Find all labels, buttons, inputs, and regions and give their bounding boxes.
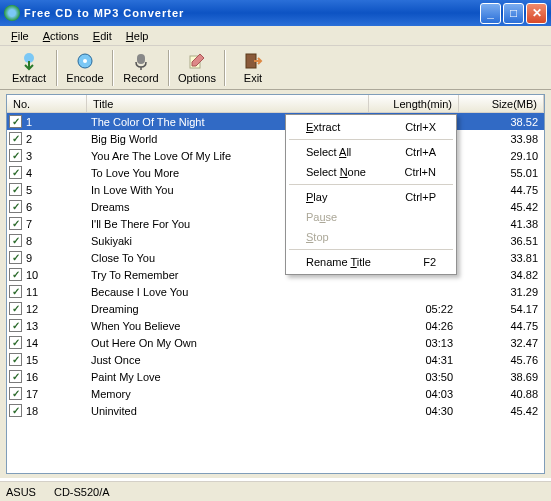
table-row[interactable]: ✓13When You Believe04:2644.75 xyxy=(7,317,544,334)
track-listview[interactable]: No. Title Length(min) Size(MB) ✓1The Col… xyxy=(6,94,545,474)
track-title: Just Once xyxy=(87,354,369,366)
exit-icon xyxy=(243,51,263,71)
toolbar-separator xyxy=(224,50,226,86)
track-no: 3 xyxy=(26,150,32,162)
track-length: 05:22 xyxy=(369,303,459,315)
svg-rect-3 xyxy=(137,54,145,64)
track-no: 1 xyxy=(26,116,32,128)
table-row[interactable]: ✓2Big Big World33.98 xyxy=(7,130,544,147)
track-size: 54.17 xyxy=(459,303,544,315)
track-size: 34.82 xyxy=(459,269,544,281)
list-header: No. Title Length(min) Size(MB) xyxy=(7,95,544,113)
table-row[interactable]: ✓16Paint My Love03:5038.69 xyxy=(7,368,544,385)
track-length: 04:31 xyxy=(369,354,459,366)
context-menu-item[interactable]: Select NoneCtrl+N xyxy=(288,162,454,182)
title-bar: Free CD to MP3 Converter _ □ ✕ xyxy=(0,0,551,26)
track-size: 45.42 xyxy=(459,201,544,213)
table-row[interactable]: ✓8Sukiyaki36.51 xyxy=(7,232,544,249)
track-no: 16 xyxy=(26,371,38,383)
context-menu-item[interactable]: ExtractCtrl+X xyxy=(288,117,454,137)
checkbox-icon[interactable]: ✓ xyxy=(9,166,22,179)
track-title: Paint My Love xyxy=(87,371,369,383)
checkbox-icon[interactable]: ✓ xyxy=(9,268,22,281)
menu-actions[interactable]: Actions xyxy=(36,28,86,44)
table-row[interactable]: ✓5In Love With You44.75 xyxy=(7,181,544,198)
options-button[interactable]: Options xyxy=(172,48,222,88)
track-size: 33.81 xyxy=(459,252,544,264)
track-size: 29.10 xyxy=(459,150,544,162)
table-row[interactable]: ✓4To Love You More55.01 xyxy=(7,164,544,181)
track-no: 6 xyxy=(26,201,32,213)
table-row[interactable]: ✓15Just Once04:3145.76 xyxy=(7,351,544,368)
track-size: 40.88 xyxy=(459,388,544,400)
exit-button[interactable]: Exit xyxy=(228,48,278,88)
checkbox-icon[interactable]: ✓ xyxy=(9,200,22,213)
table-row[interactable]: ✓11Because I Love You31.29 xyxy=(7,283,544,300)
track-size: 41.38 xyxy=(459,218,544,230)
checkbox-icon[interactable]: ✓ xyxy=(9,302,22,315)
table-row[interactable]: ✓6Dreams45.42 xyxy=(7,198,544,215)
track-no: 4 xyxy=(26,167,32,179)
table-row[interactable]: ✓14Out Here On My Own03:1332.47 xyxy=(7,334,544,351)
track-length: 03:50 xyxy=(369,371,459,383)
table-row[interactable]: ✓1The Color Of The Night03:4938.52 xyxy=(7,113,544,130)
track-length: 04:03 xyxy=(369,388,459,400)
track-title: When You Believe xyxy=(87,320,369,332)
track-no: 9 xyxy=(26,252,32,264)
track-length: 04:30 xyxy=(369,405,459,417)
track-size: 33.98 xyxy=(459,133,544,145)
context-menu-item[interactable]: Select AllCtrl+A xyxy=(288,142,454,162)
table-row[interactable]: ✓7I'll Be There For You41.38 xyxy=(7,215,544,232)
track-size: 32.47 xyxy=(459,337,544,349)
table-row[interactable]: ✓10Try To Remember34.82 xyxy=(7,266,544,283)
track-no: 8 xyxy=(26,235,32,247)
menu-help[interactable]: Help xyxy=(119,28,156,44)
checkbox-icon[interactable]: ✓ xyxy=(9,353,22,366)
checkbox-icon[interactable]: ✓ xyxy=(9,217,22,230)
checkbox-icon[interactable]: ✓ xyxy=(9,285,22,298)
checkbox-icon[interactable]: ✓ xyxy=(9,234,22,247)
column-no[interactable]: No. xyxy=(7,95,87,112)
table-row[interactable]: ✓3You Are The Love Of My Life29.10 xyxy=(7,147,544,164)
checkbox-icon[interactable]: ✓ xyxy=(9,115,22,128)
track-size: 45.42 xyxy=(459,405,544,417)
column-title[interactable]: Title xyxy=(87,95,369,112)
checkbox-icon[interactable]: ✓ xyxy=(9,183,22,196)
toolbar-separator xyxy=(56,50,58,86)
extract-button[interactable]: Extract xyxy=(4,48,54,88)
column-length[interactable]: Length(min) xyxy=(369,95,459,112)
checkbox-icon[interactable]: ✓ xyxy=(9,404,22,417)
track-no: 10 xyxy=(26,269,38,281)
checkbox-icon[interactable]: ✓ xyxy=(9,370,22,383)
table-row[interactable]: ✓12Dreaming05:2254.17 xyxy=(7,300,544,317)
track-no: 15 xyxy=(26,354,38,366)
table-row[interactable]: ✓9Close To You33.81 xyxy=(7,249,544,266)
encode-button[interactable]: Encode xyxy=(60,48,110,88)
track-no: 18 xyxy=(26,405,38,417)
menu-file[interactable]: File xyxy=(4,28,36,44)
table-row[interactable]: ✓18Uninvited04:3045.42 xyxy=(7,402,544,419)
context-menu-item[interactable]: Rename TitleF2 xyxy=(288,252,454,272)
checkbox-icon[interactable]: ✓ xyxy=(9,149,22,162)
toolbar-separator xyxy=(112,50,114,86)
checkbox-icon[interactable]: ✓ xyxy=(9,132,22,145)
status-bar: ASUS CD-S520/A xyxy=(0,481,551,501)
encode-icon xyxy=(75,51,95,71)
record-button[interactable]: Record xyxy=(116,48,166,88)
track-no: 5 xyxy=(26,184,32,196)
context-menu: ExtractCtrl+XSelect AllCtrl+ASelect None… xyxy=(285,114,457,275)
toolbar: Extract Encode Record Options Exit xyxy=(0,46,551,90)
minimize-button[interactable]: _ xyxy=(480,3,501,24)
table-row[interactable]: ✓17Memory04:0340.88 xyxy=(7,385,544,402)
checkbox-icon[interactable]: ✓ xyxy=(9,336,22,349)
track-title: Dreaming xyxy=(87,303,369,315)
checkbox-icon[interactable]: ✓ xyxy=(9,251,22,264)
maximize-button[interactable]: □ xyxy=(503,3,524,24)
checkbox-icon[interactable]: ✓ xyxy=(9,387,22,400)
close-button[interactable]: ✕ xyxy=(526,3,547,24)
menu-edit[interactable]: Edit xyxy=(86,28,119,44)
context-menu-item[interactable]: PlayCtrl+P xyxy=(288,187,454,207)
column-size[interactable]: Size(MB) xyxy=(459,95,544,112)
checkbox-icon[interactable]: ✓ xyxy=(9,319,22,332)
track-no: 12 xyxy=(26,303,38,315)
